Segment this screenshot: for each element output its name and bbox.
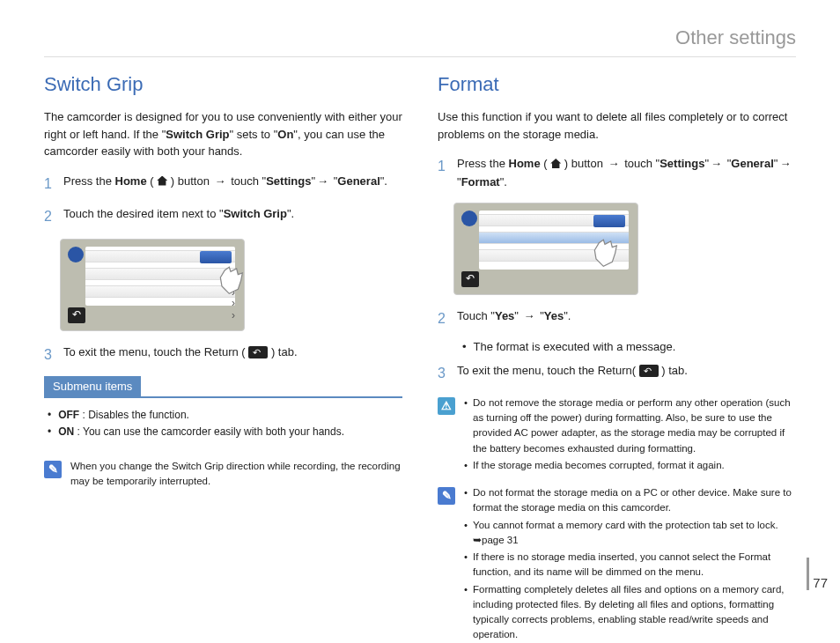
- hand-pointer-icon: [216, 264, 246, 299]
- step-3: 3 To exit the menu, touch the Return( ) …: [438, 362, 796, 385]
- page-number: 77: [807, 558, 828, 590]
- return-icon: ↶: [461, 271, 479, 287]
- screen-illustration: ↶: [453, 203, 638, 295]
- step-3: 3 To exit the menu, touch the Return ( )…: [44, 344, 402, 366]
- step-number: 2: [44, 205, 55, 228]
- step-number: 2: [438, 307, 448, 330]
- submenu-heading: Submenu items: [44, 376, 141, 396]
- step-number: 1: [438, 155, 448, 192]
- return-icon: ↶: [68, 307, 85, 323]
- caution-icon: ⚠: [438, 397, 455, 415]
- step-1: 1 Press the Home ( ) button → touch "Set…: [44, 173, 402, 196]
- note-item: Do not format the storage media on a PC …: [464, 485, 796, 516]
- toggle-on: [593, 215, 625, 227]
- note-item: If there is no storage media inserted, y…: [464, 550, 796, 580]
- section-title-format: Format: [438, 73, 796, 96]
- note-icon: ✎: [44, 461, 62, 478]
- note-item: You cannot format a memory card with the…: [464, 518, 796, 549]
- step-1: 1 Press the Home ( ) button → touch "Set…: [438, 155, 796, 192]
- section-title-switch-grip: Switch Grip: [44, 73, 402, 96]
- submenu-item-off: OFF : Disables the function.: [48, 407, 402, 424]
- submenu-item-on: ON : You can use the camcorder easily wi…: [48, 424, 402, 440]
- note-icon: ✎: [438, 487, 455, 505]
- step-number: 3: [438, 362, 448, 385]
- home-icon: [550, 159, 561, 168]
- note-item: Formatting completely deletes all files …: [464, 582, 796, 643]
- step-2: 2 Touch "Yes" → "Yes".: [438, 307, 796, 330]
- breadcrumb-header: Other settings: [44, 26, 796, 57]
- caution-box: ⚠ Do not remove the storage media or per…: [438, 395, 796, 475]
- screen-illustration: › ↶ › ›: [60, 239, 245, 331]
- hand-pointer-icon: [590, 237, 620, 272]
- step-2: 2 Touch the desired item next to "Switch…: [44, 205, 402, 228]
- note-box: ✎ When you change the Switch Grip direct…: [44, 459, 402, 490]
- return-icon: [248, 346, 268, 358]
- step-number: 1: [44, 173, 55, 196]
- intro-text: The camcorder is designed for you to use…: [44, 108, 402, 160]
- return-icon: [639, 365, 659, 377]
- home-icon: [157, 176, 167, 186]
- submenu-section: Submenu items OFF : Disables the functio…: [44, 376, 402, 444]
- step-number: 3: [44, 344, 55, 366]
- left-column: Switch Grip The camcorder is designed fo…: [44, 73, 402, 643]
- right-column: Format Use this function if you want to …: [438, 73, 796, 643]
- intro-text: Use this function if you want to delete …: [438, 108, 796, 143]
- toggle-on: [200, 251, 232, 263]
- globe-icon: [461, 211, 477, 226]
- globe-icon: [68, 247, 84, 262]
- caution-item: If the storage media becomes corrupted, …: [464, 458, 796, 473]
- note-box: ✎ Do not format the storage media on a P…: [438, 485, 796, 643]
- caution-item: Do not remove the storage media or perfo…: [464, 395, 796, 456]
- step-2-bullet: The format is executed with a message.: [453, 340, 796, 353]
